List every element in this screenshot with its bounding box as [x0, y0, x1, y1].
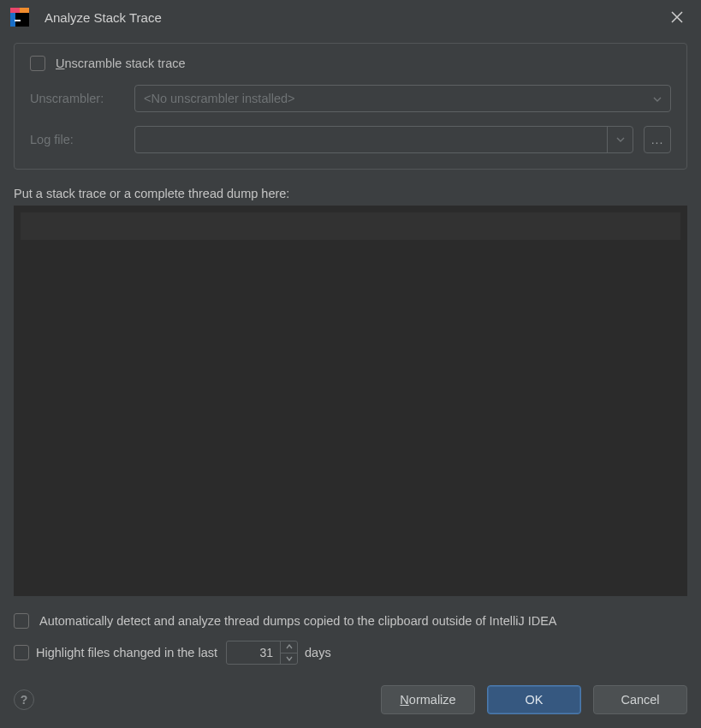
- unscramble-checkbox[interactable]: [30, 56, 45, 71]
- content: Unscramble stack trace Unscrambler: <No …: [0, 34, 701, 728]
- unscramble-label: Unscramble stack trace: [56, 57, 186, 70]
- intellij-icon: [10, 8, 29, 27]
- analyze-stack-trace-dialog: Analyze Stack Trace Unscramble stack tra…: [0, 0, 701, 728]
- close-icon: [670, 10, 684, 24]
- highlight-checkbox[interactable]: [14, 645, 29, 660]
- normalize-button[interactable]: Normalize: [381, 685, 475, 714]
- days-spinner[interactable]: 31: [226, 641, 298, 665]
- chevron-down-icon: [616, 137, 625, 143]
- caret-line: [21, 212, 680, 240]
- auto-detect-checkbox[interactable]: [14, 613, 29, 629]
- unscrambler-value: <No unscrambler installed>: [144, 92, 295, 105]
- logfile-history-dropdown[interactable]: [607, 127, 633, 152]
- highlight-label-post: days: [305, 646, 331, 659]
- help-icon: ?: [21, 693, 28, 707]
- unscrambler-field-label: Unscrambler:: [30, 92, 124, 105]
- options-group: Automatically detect and analyze thread …: [14, 613, 687, 665]
- days-value: 31: [227, 646, 280, 659]
- logfile-input[interactable]: [134, 126, 633, 153]
- days-steppers: [280, 641, 297, 664]
- help-button[interactable]: ?: [14, 689, 34, 710]
- stacktrace-textarea[interactable]: [14, 206, 687, 596]
- unscramble-panel: Unscramble stack trace Unscrambler: <No …: [14, 43, 687, 170]
- chevron-down-icon: [286, 656, 293, 661]
- auto-detect-row: Automatically detect and analyze thread …: [14, 613, 687, 629]
- unscrambler-row: Unscrambler: <No unscrambler installed>: [30, 85, 671, 112]
- unscrambler-select[interactable]: <No unscrambler installed>: [134, 85, 671, 112]
- svg-rect-2: [20, 8, 29, 13]
- highlight-row: Highlight files changed in the last 31 d…: [14, 641, 687, 665]
- days-step-up[interactable]: [281, 641, 297, 653]
- ok-button[interactable]: OK: [487, 685, 581, 714]
- logfile-browse-button[interactable]: ...: [644, 126, 671, 153]
- highlight-label-pre: Highlight files changed in the last: [36, 646, 217, 659]
- unscramble-checkbox-row: Unscramble stack trace: [30, 56, 671, 71]
- logfile-row: Log file: ...: [30, 126, 671, 153]
- days-step-down[interactable]: [281, 653, 297, 665]
- chevron-down-icon: [653, 92, 662, 105]
- cancel-button[interactable]: Cancel: [593, 685, 687, 714]
- svg-rect-1: [10, 8, 20, 13]
- dialog-title: Analyze Stack Trace: [45, 10, 162, 25]
- logfile-field-label: Log file:: [30, 133, 124, 146]
- auto-detect-label: Automatically detect and analyze thread …: [39, 614, 557, 628]
- stacktrace-label: Put a stack trace or a complete thread d…: [14, 187, 687, 200]
- footer: ? Normalize OK Cancel: [14, 685, 687, 714]
- chevron-up-icon: [286, 644, 293, 649]
- close-button[interactable]: [662, 2, 692, 33]
- svg-rect-4: [15, 20, 21, 21]
- ellipsis-icon: ...: [651, 133, 664, 146]
- titlebar: Analyze Stack Trace: [0, 0, 701, 34]
